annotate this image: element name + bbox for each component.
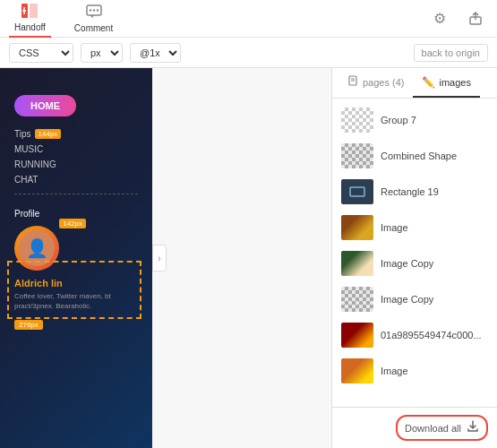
profile-name: Aldrich lin <box>14 278 138 289</box>
comment-icon <box>86 4 102 22</box>
image-list: Group 7 Combined Shape Rectangle 19 Imag… <box>332 99 497 407</box>
nav-running: RUNNING <box>14 159 138 169</box>
download-all-button[interactable]: Download all <box>396 415 488 441</box>
list-item[interactable]: Image Copy <box>332 246 497 281</box>
left-panel: HOME Tips 144px MUSIC RUNNING CHAT <box>0 68 331 448</box>
tab-comment[interactable]: Comment <box>69 1 118 37</box>
main-area: HOME Tips 144px MUSIC RUNNING CHAT <box>0 68 497 448</box>
profile-desc: Coffee lover, Twitter maven, bt pract/3p… <box>14 291 138 311</box>
nav-music: MUSIC <box>14 144 138 154</box>
right-footer: Download all <box>332 407 497 448</box>
panel-collapse-arrow[interactable]: › <box>152 245 167 271</box>
right-tabs: pages (4) ✏️ images <box>332 68 497 99</box>
thumb-01a989 <box>341 323 373 348</box>
thumb-rectangle19 <box>341 179 373 204</box>
handoff-icon <box>21 4 38 22</box>
image-name-image-copy1: Image Copy <box>381 258 433 269</box>
comment-label: Comment <box>74 23 113 33</box>
canvas-content: HOME Tips 144px MUSIC RUNNING CHAT <box>0 68 152 448</box>
nav-items: HOME Tips 144px MUSIC RUNNING CHAT <box>0 68 152 185</box>
thumb-image <box>341 215 373 240</box>
svg-point-7 <box>96 9 98 11</box>
avatar: 👤 <box>14 226 59 271</box>
language-select[interactable]: CSS Swift Android <box>9 43 73 63</box>
handoff-label: Handoff <box>14 22 46 32</box>
download-icon <box>467 420 479 435</box>
thumb-bottom-food <box>341 358 373 383</box>
tab-pages[interactable]: pages (4) <box>339 68 413 98</box>
nav-home: HOME <box>14 95 76 116</box>
image-name-image: Image <box>381 222 408 233</box>
svg-rect-12 <box>350 187 364 196</box>
thumb-group7 <box>341 108 373 133</box>
canvas-white <box>152 68 331 448</box>
nav-tips: Tips 144px <box>14 129 138 139</box>
size-badge-avatar: 142px <box>59 219 86 228</box>
list-item[interactable]: Image <box>332 353 497 389</box>
share-button[interactable] <box>463 6 488 31</box>
images-icon: ✏️ <box>422 76 435 89</box>
svg-rect-1 <box>30 4 38 18</box>
list-item[interactable]: Image <box>332 210 497 246</box>
svg-point-6 <box>92 9 94 11</box>
pages-tab-label: pages (4) <box>363 77 404 88</box>
tab-images[interactable]: ✏️ images <box>413 68 479 98</box>
right-panel: pages (4) ✏️ images Group 7 Combined Sha… <box>331 68 497 448</box>
thumb-combined-shape <box>341 143 373 168</box>
toolbar-actions: ⚙ <box>427 6 488 31</box>
unit-select[interactable]: px dp pt <box>81 43 123 63</box>
image-name-bottom: Image <box>381 366 408 376</box>
download-all-label: Download all <box>405 423 461 434</box>
toolbar: Handoff Comment ⚙ <box>0 0 497 38</box>
divider <box>14 194 138 194</box>
sub-toolbar: CSS Swift Android px dp pt @1x @2x @3x b… <box>0 38 497 68</box>
avatar-face: 👤 <box>19 230 55 266</box>
size-badge-bottom: 276px <box>14 320 43 330</box>
thumb-image-copy2 <box>341 287 373 312</box>
settings-button[interactable]: ⚙ <box>427 6 452 31</box>
image-name-combined-shape: Combined Shape <box>381 151 457 161</box>
image-name-01a989: 01a9895549474c000... <box>381 330 482 340</box>
nav-chat: CHAT <box>14 175 138 185</box>
list-item[interactable]: Image Copy <box>332 281 497 317</box>
svg-point-5 <box>89 9 90 11</box>
images-tab-label: images <box>439 77 470 88</box>
toolbar-tabs: Handoff Comment <box>9 0 118 38</box>
image-name-image-copy2: Image Copy <box>381 294 433 305</box>
list-item[interactable]: Rectangle 19 <box>332 174 497 210</box>
list-item[interactable]: 01a9895549474c000... <box>332 317 497 353</box>
back-to-origin-button[interactable]: back to origin <box>414 44 488 62</box>
list-item[interactable]: Group 7 <box>332 102 497 138</box>
profile-label: Profile <box>14 209 138 219</box>
avatar-wrapper: 👤 142px <box>14 226 59 271</box>
thumb-image-copy1 <box>341 251 373 276</box>
image-name-group7: Group 7 <box>381 115 416 125</box>
image-name-rectangle19: Rectangle 19 <box>381 186 439 197</box>
profile-section: Profile 👤 142px Aldrich lin Coffee lover… <box>0 209 152 331</box>
zoom-select[interactable]: @1x @2x @3x <box>130 43 181 63</box>
pages-icon <box>348 75 359 89</box>
list-item[interactable]: Combined Shape <box>332 138 497 174</box>
size-badge-tips: 144px <box>35 129 62 139</box>
tab-handoff[interactable]: Handoff <box>9 0 51 38</box>
